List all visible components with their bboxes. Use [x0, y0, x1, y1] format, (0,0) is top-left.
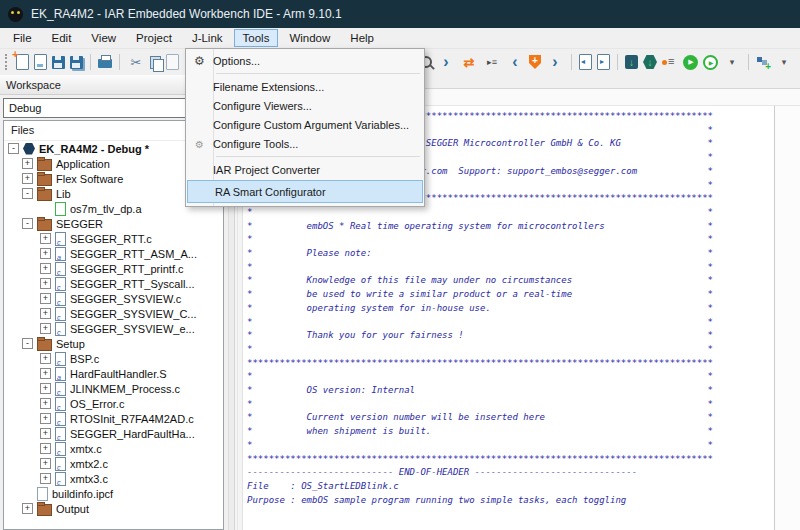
expand-toggle-icon[interactable]: [40, 323, 51, 334]
expand-toggle-icon[interactable]: [22, 158, 33, 169]
tree-item[interactable]: OS_Error.c: [4, 396, 223, 411]
tree-item[interactable]: xmtx3.c: [4, 471, 223, 486]
open-file-icon[interactable]: [34, 54, 47, 70]
menubar-item[interactable]: Project: [127, 29, 181, 47]
tree-item-label: EK_RA4M2 - Debug *: [39, 143, 149, 155]
menubar-item[interactable]: File: [4, 29, 41, 47]
save-all-icon[interactable]: [70, 56, 83, 69]
tree-item[interactable]: JLINKMEM_Process.c: [4, 381, 223, 396]
cut-icon[interactable]: ✂: [127, 53, 145, 71]
code-line: * *: [247, 206, 800, 220]
tree-item[interactable]: buildinfo.ipcf: [4, 486, 223, 501]
expand-toggle-icon[interactable]: [22, 338, 33, 349]
expand-toggle-icon[interactable]: [22, 218, 33, 229]
breakpoint-shield-icon[interactable]: [529, 55, 541, 69]
tree-item-label: JLINKMEM_Process.c: [70, 383, 180, 395]
expand-toggle-icon[interactable]: [40, 368, 51, 379]
tree-item-icon: [55, 457, 66, 471]
expand-toggle-icon[interactable]: [40, 383, 51, 394]
menu-item[interactable]: Filename Extensions...: [186, 77, 424, 96]
menu-item-label: IAR Project Converter: [213, 164, 320, 176]
menu-item[interactable]: [186, 153, 424, 160]
expand-toggle-icon[interactable]: [22, 173, 33, 184]
download-and-debug-icon[interactable]: [683, 55, 698, 70]
expand-toggle-icon[interactable]: [40, 278, 51, 289]
menubar-item[interactable]: Tools: [234, 29, 279, 47]
menu-item[interactable]: RA Smart Configurator: [187, 180, 423, 203]
tree-item[interactable]: Output: [4, 501, 223, 516]
menu-item[interactable]: Configure Tools...: [186, 134, 424, 153]
jump-arrows-icon[interactable]: ⇄: [460, 53, 478, 71]
expand-toggle-icon[interactable]: [40, 428, 51, 439]
expand-toggle-icon[interactable]: [40, 233, 51, 244]
application-window: EK_RA4M2 - IAR Embedded Workbench IDE - …: [0, 0, 800, 530]
print-icon[interactable]: [98, 59, 112, 68]
expand-toggle-icon[interactable]: [40, 398, 51, 409]
expand-toggle-icon[interactable]: [40, 248, 51, 259]
expand-toggle-icon[interactable]: [40, 413, 51, 424]
menubar-item[interactable]: Edit: [43, 29, 81, 47]
tree-item[interactable]: xmtx2.c: [4, 456, 223, 471]
toggle-breakpoint-icon[interactable]: [662, 56, 678, 68]
menubar: File Edit View Project J-Link Tools Wind…: [0, 28, 800, 49]
toolbar-dropdown-icon[interactable]: ▾: [723, 53, 741, 71]
expand-toggle-icon[interactable]: [40, 293, 51, 304]
menubar-item[interactable]: Window: [280, 29, 339, 47]
tree-item[interactable]: SEGGER: [4, 216, 223, 231]
navigate-forward2-icon[interactable]: ›: [546, 53, 564, 71]
navigate-forward-icon[interactable]: ›: [437, 53, 455, 71]
tree-item-icon: [37, 174, 52, 186]
tree-item[interactable]: BSP.c: [4, 351, 223, 366]
new-document-icon[interactable]: [16, 54, 29, 70]
toolbar-dropdown2-icon[interactable]: ▾: [775, 53, 793, 71]
copy-icon[interactable]: [150, 56, 161, 69]
tree-item[interactable]: SEGGER_RTT.c: [4, 231, 223, 246]
tree-item[interactable]: SEGGER_SYSVIEW_e...: [4, 321, 223, 336]
tree-item[interactable]: xmtx.c: [4, 441, 223, 456]
code-line: * when shipment is built. *: [247, 425, 800, 439]
tree-item-label: xmtx.c: [70, 443, 102, 455]
expand-toggle-icon[interactable]: [40, 308, 51, 319]
expand-toggle-icon[interactable]: [40, 458, 51, 469]
save-icon[interactable]: [52, 56, 65, 69]
tree-item[interactable]: SEGGER_RTT_Syscall...: [4, 276, 223, 291]
tree-item-icon: [55, 322, 66, 336]
menu-item[interactable]: Configure Custom Argument Variables...: [186, 115, 424, 134]
navigate-back-icon[interactable]: ‹: [506, 53, 524, 71]
expand-toggle-icon[interactable]: [40, 443, 51, 454]
menubar-item[interactable]: Help: [341, 29, 383, 47]
menubar-item[interactable]: View: [82, 29, 125, 47]
tree-item-label: Output: [56, 503, 89, 515]
menu-item[interactable]: [186, 70, 424, 77]
menu-item-label: RA Smart Configurator: [215, 186, 326, 198]
tree-item[interactable]: SEGGER_SYSVIEW.c: [4, 291, 223, 306]
expand-toggle-icon[interactable]: [40, 473, 51, 484]
tree-item[interactable]: SEGGER_RTT_ASM_A...: [4, 246, 223, 261]
expand-toggle-icon[interactable]: [22, 188, 33, 199]
previous-document-icon[interactable]: [579, 54, 592, 70]
toolbar-grip-icon[interactable]: [5, 54, 11, 70]
download-all-icon[interactable]: [643, 55, 657, 69]
menubar-item[interactable]: J-Link: [183, 29, 232, 47]
tree-item[interactable]: SEGGER_RTT_printf.c: [4, 261, 223, 276]
tree-item[interactable]: SEGGER_HardFaultHa...: [4, 426, 223, 441]
menu-item[interactable]: Options...: [186, 51, 424, 70]
tree-item[interactable]: Setup: [4, 336, 223, 351]
debug-without-download-icon[interactable]: [703, 55, 718, 70]
paste-icon[interactable]: [166, 54, 179, 70]
expand-toggle-icon[interactable]: [40, 353, 51, 364]
expand-toggle-icon[interactable]: [22, 503, 33, 514]
next-statement-icon[interactable]: ▸≡: [483, 53, 501, 71]
menu-item[interactable]: IAR Project Converter: [186, 160, 424, 179]
code-line: --------------------------- END-OF-HEADE…: [247, 466, 800, 480]
tree-item[interactable]: RTOSInit_R7FA4M2AD.c: [4, 411, 223, 426]
tree-item[interactable]: HardFaultHandler.S: [4, 366, 223, 381]
configure-blocks-icon[interactable]: [756, 56, 770, 69]
expand-toggle-icon[interactable]: [8, 143, 19, 154]
next-document-icon[interactable]: [597, 54, 610, 70]
expand-toggle-icon[interactable]: [40, 263, 51, 274]
tree-item[interactable]: SEGGER_SYSVIEW_C...: [4, 306, 223, 321]
download-active-icon[interactable]: [625, 55, 638, 69]
menu-item[interactable]: Configure Viewers...: [186, 96, 424, 115]
code-line: * *: [247, 261, 800, 275]
